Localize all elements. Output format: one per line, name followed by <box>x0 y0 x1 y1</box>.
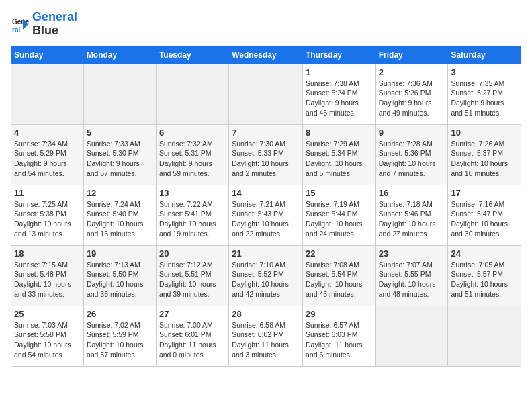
day-info: Sunrise: 7:26 AM Sunset: 5:37 PM Dayligh… <box>451 139 518 179</box>
day-info: Sunrise: 7:18 AM Sunset: 5:46 PM Dayligh… <box>379 199 445 239</box>
day-number: 14 <box>232 188 300 198</box>
col-header-friday: Friday <box>375 46 448 64</box>
day-info: Sunrise: 7:29 AM Sunset: 5:34 PM Dayligh… <box>306 139 373 179</box>
day-info: Sunrise: 7:05 AM Sunset: 5:57 PM Dayligh… <box>451 260 518 300</box>
day-number: 5 <box>87 128 153 138</box>
day-number: 11 <box>14 188 81 198</box>
day-number: 16 <box>379 188 445 198</box>
calendar-cell <box>448 306 521 366</box>
day-info: Sunrise: 7:30 AM Sunset: 5:33 PM Dayligh… <box>232 139 300 179</box>
calendar-cell: 14Sunrise: 7:21 AM Sunset: 5:43 PM Dayli… <box>229 185 303 245</box>
day-number: 22 <box>306 248 373 259</box>
day-number: 28 <box>232 309 300 319</box>
day-number: 19 <box>87 248 153 259</box>
day-info: Sunrise: 7:08 AM Sunset: 5:54 PM Dayligh… <box>306 260 373 300</box>
calendar-cell: 27Sunrise: 7:00 AM Sunset: 6:01 PM Dayli… <box>156 306 228 366</box>
calendar-table: SundayMondayTuesdayWednesdayThursdayFrid… <box>11 46 521 367</box>
calendar-cell: 2Sunrise: 7:36 AM Sunset: 5:26 PM Daylig… <box>375 64 448 124</box>
day-info: Sunrise: 7:21 AM Sunset: 5:43 PM Dayligh… <box>232 199 300 239</box>
day-info: Sunrise: 7:34 AM Sunset: 5:29 PM Dayligh… <box>14 139 81 179</box>
day-info: Sunrise: 6:58 AM Sunset: 6:02 PM Dayligh… <box>232 320 300 360</box>
day-info: Sunrise: 7:07 AM Sunset: 5:55 PM Dayligh… <box>379 260 445 300</box>
day-info: Sunrise: 7:35 AM Sunset: 5:27 PM Dayligh… <box>451 79 518 118</box>
calendar-cell: 26Sunrise: 7:02 AM Sunset: 5:59 PM Dayli… <box>83 306 156 366</box>
day-number: 18 <box>14 248 81 259</box>
day-number: 27 <box>159 309 226 319</box>
calendar-cell: 24Sunrise: 7:05 AM Sunset: 5:57 PM Dayli… <box>448 245 521 306</box>
day-info: Sunrise: 7:02 AM Sunset: 5:59 PM Dayligh… <box>87 320 153 360</box>
calendar-cell: 29Sunrise: 6:57 AM Sunset: 6:03 PM Dayli… <box>302 306 375 366</box>
calendar-cell <box>375 306 448 366</box>
day-info: Sunrise: 7:10 AM Sunset: 5:52 PM Dayligh… <box>232 260 300 300</box>
day-number: 4 <box>14 128 81 138</box>
day-info: Sunrise: 7:33 AM Sunset: 5:30 PM Dayligh… <box>87 139 153 179</box>
calendar-cell <box>229 64 303 124</box>
day-number: 26 <box>87 309 153 319</box>
calendar-cell: 7Sunrise: 7:30 AM Sunset: 5:33 PM Daylig… <box>229 124 303 185</box>
day-number: 13 <box>159 188 226 198</box>
calendar-cell <box>83 64 156 124</box>
day-number: 20 <box>159 248 226 259</box>
calendar-cell: 23Sunrise: 7:07 AM Sunset: 5:55 PM Dayli… <box>375 245 448 306</box>
calendar-cell: 5Sunrise: 7:33 AM Sunset: 5:30 PM Daylig… <box>83 124 156 185</box>
day-number: 2 <box>379 67 445 77</box>
day-number: 10 <box>451 128 518 138</box>
col-header-saturday: Saturday <box>448 46 521 64</box>
calendar-week-1: 1Sunrise: 7:38 AM Sunset: 5:24 PM Daylig… <box>11 64 521 124</box>
calendar-cell: 17Sunrise: 7:16 AM Sunset: 5:47 PM Dayli… <box>448 185 521 245</box>
calendar-week-5: 25Sunrise: 7:03 AM Sunset: 5:58 PM Dayli… <box>11 306 521 366</box>
calendar-week-3: 11Sunrise: 7:25 AM Sunset: 5:38 PM Dayli… <box>11 185 521 245</box>
day-info: Sunrise: 7:15 AM Sunset: 5:48 PM Dayligh… <box>14 260 81 300</box>
calendar-cell: 3Sunrise: 7:35 AM Sunset: 5:27 PM Daylig… <box>448 64 521 124</box>
day-number: 15 <box>306 188 373 198</box>
day-number: 12 <box>87 188 153 198</box>
calendar-cell <box>156 64 228 124</box>
logo: Gene ral GeneralBlue <box>11 11 77 38</box>
calendar-cell: 11Sunrise: 7:25 AM Sunset: 5:38 PM Dayli… <box>11 185 84 245</box>
calendar-cell: 4Sunrise: 7:34 AM Sunset: 5:29 PM Daylig… <box>11 124 84 185</box>
day-number: 7 <box>232 128 300 138</box>
day-number: 23 <box>379 248 445 259</box>
col-header-tuesday: Tuesday <box>156 46 228 64</box>
col-header-wednesday: Wednesday <box>229 46 303 64</box>
day-number: 17 <box>451 188 518 198</box>
day-info: Sunrise: 7:24 AM Sunset: 5:40 PM Dayligh… <box>87 199 153 239</box>
day-info: Sunrise: 7:36 AM Sunset: 5:26 PM Dayligh… <box>379 79 445 118</box>
day-number: 6 <box>159 128 226 138</box>
day-info: Sunrise: 7:03 AM Sunset: 5:58 PM Dayligh… <box>14 320 81 360</box>
calendar-cell: 19Sunrise: 7:13 AM Sunset: 5:50 PM Dayli… <box>83 245 156 306</box>
day-number: 1 <box>306 67 373 77</box>
day-info: Sunrise: 7:16 AM Sunset: 5:47 PM Dayligh… <box>451 199 518 239</box>
day-number: 21 <box>232 248 300 259</box>
calendar-cell: 10Sunrise: 7:26 AM Sunset: 5:37 PM Dayli… <box>448 124 521 185</box>
calendar-cell: 1Sunrise: 7:38 AM Sunset: 5:24 PM Daylig… <box>302 64 375 124</box>
day-number: 29 <box>306 309 373 319</box>
calendar-cell: 15Sunrise: 7:19 AM Sunset: 5:44 PM Dayli… <box>302 185 375 245</box>
day-info: Sunrise: 7:13 AM Sunset: 5:50 PM Dayligh… <box>87 260 153 300</box>
calendar-week-2: 4Sunrise: 7:34 AM Sunset: 5:29 PM Daylig… <box>11 124 521 185</box>
page-header: Gene ral GeneralBlue <box>11 11 521 38</box>
day-number: 3 <box>451 67 518 77</box>
day-info: Sunrise: 7:32 AM Sunset: 5:31 PM Dayligh… <box>159 139 226 179</box>
col-header-monday: Monday <box>83 46 156 64</box>
calendar-cell: 21Sunrise: 7:10 AM Sunset: 5:52 PM Dayli… <box>229 245 303 306</box>
calendar-cell <box>11 64 84 124</box>
day-number: 9 <box>379 128 445 138</box>
day-info: Sunrise: 7:19 AM Sunset: 5:44 PM Dayligh… <box>306 199 373 239</box>
calendar-cell: 28Sunrise: 6:58 AM Sunset: 6:02 PM Dayli… <box>229 306 303 366</box>
day-number: 24 <box>451 248 518 259</box>
logo-icon: Gene ral <box>11 15 30 34</box>
day-info: Sunrise: 7:12 AM Sunset: 5:51 PM Dayligh… <box>159 260 226 300</box>
calendar-cell: 16Sunrise: 7:18 AM Sunset: 5:46 PM Dayli… <box>375 185 448 245</box>
day-info: Sunrise: 7:22 AM Sunset: 5:41 PM Dayligh… <box>159 199 226 239</box>
calendar-cell: 9Sunrise: 7:28 AM Sunset: 5:36 PM Daylig… <box>375 124 448 185</box>
calendar-cell: 25Sunrise: 7:03 AM Sunset: 5:58 PM Dayli… <box>11 306 84 366</box>
calendar-week-4: 18Sunrise: 7:15 AM Sunset: 5:48 PM Dayli… <box>11 245 521 306</box>
calendar-cell: 13Sunrise: 7:22 AM Sunset: 5:41 PM Dayli… <box>156 185 228 245</box>
calendar-cell: 8Sunrise: 7:29 AM Sunset: 5:34 PM Daylig… <box>302 124 375 185</box>
calendar-cell: 18Sunrise: 7:15 AM Sunset: 5:48 PM Dayli… <box>11 245 84 306</box>
calendar-cell: 20Sunrise: 7:12 AM Sunset: 5:51 PM Dayli… <box>156 245 228 306</box>
day-info: Sunrise: 7:38 AM Sunset: 5:24 PM Dayligh… <box>306 79 373 118</box>
calendar-cell: 6Sunrise: 7:32 AM Sunset: 5:31 PM Daylig… <box>156 124 228 185</box>
day-number: 25 <box>14 309 81 319</box>
